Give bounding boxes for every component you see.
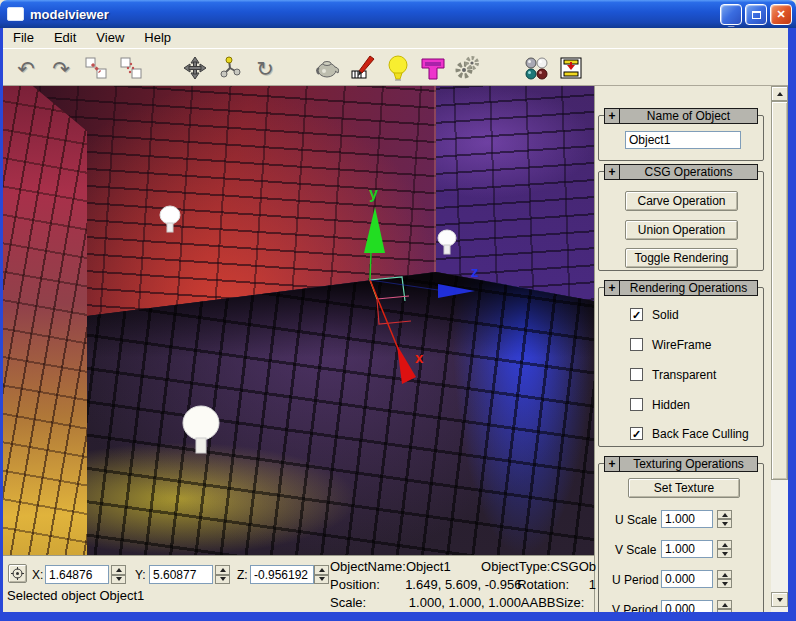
expander-button[interactable]: +	[605, 281, 620, 295]
v-scale-input[interactable]	[661, 540, 713, 558]
z-axis-label: z	[471, 263, 479, 280]
y-axis-arrow	[364, 207, 385, 253]
maximize-button[interactable]	[745, 4, 767, 25]
snap-origin-button[interactable]	[8, 564, 27, 583]
spin-down-button[interactable]	[215, 575, 230, 585]
checkbox-wireframe[interactable]: ✓	[630, 338, 643, 351]
axis-node-button[interactable]	[215, 53, 245, 83]
section-header: + Name of Object	[604, 108, 758, 124]
unlink-icon	[119, 56, 143, 80]
move-button[interactable]	[180, 53, 210, 83]
menu-file[interactable]: File	[3, 28, 44, 48]
set-texture-button[interactable]: Set Texture	[628, 478, 740, 498]
info-value: 1	[589, 576, 596, 594]
checkbox-back-face-culling[interactable]: ✓	[630, 427, 643, 440]
undo-button[interactable]: ↶	[11, 53, 41, 83]
y-axis-label: y	[369, 185, 378, 202]
target-icon	[11, 567, 24, 580]
render-target-icon	[559, 56, 583, 80]
v-period-spinner	[717, 600, 732, 612]
spin-up-button[interactable]	[215, 565, 230, 575]
checkbox-transparent[interactable]: ✓	[630, 368, 643, 381]
object-info-line: Position: 1.649, 5.609, -0.956 Rotation:…	[330, 576, 596, 594]
redo-icon: ↷	[52, 58, 70, 79]
rotate-icon: ↻	[256, 58, 274, 79]
teapot-button[interactable]	[313, 53, 343, 83]
section-texturing-operations: + Texturing Operations Set Texture U Sca…	[598, 463, 764, 612]
teapot-icon	[315, 56, 341, 80]
axis-node-icon	[218, 56, 242, 80]
app-icon	[7, 7, 24, 21]
spin-up-button[interactable]	[717, 540, 732, 549]
scrollbar-thumb[interactable]	[771, 101, 788, 480]
expander-button[interactable]: +	[605, 457, 620, 471]
gears-button[interactable]	[453, 53, 483, 83]
info-label: ObjectType:	[481, 558, 550, 576]
x-coord-spinner	[111, 565, 126, 584]
u-scale-input[interactable]	[661, 510, 713, 528]
rotate-button[interactable]: ↻	[250, 53, 280, 83]
redo-button[interactable]: ↷	[46, 53, 76, 83]
link-icon	[84, 56, 108, 80]
checkbox-label: WireFrame	[652, 338, 711, 352]
close-button[interactable]: ✕	[770, 4, 792, 25]
material-balls-button[interactable]	[521, 53, 551, 83]
x-coord-input[interactable]	[45, 565, 109, 584]
expander-button[interactable]: +	[605, 109, 620, 123]
spin-up-button[interactable]	[717, 600, 732, 609]
menu-help[interactable]: Help	[134, 28, 181, 48]
spin-up-button[interactable]	[111, 565, 126, 575]
spin-down-button[interactable]	[717, 519, 732, 528]
object-name-input[interactable]	[625, 131, 741, 149]
info-label: Position:	[330, 576, 405, 594]
menu-edit[interactable]: Edit	[44, 28, 86, 48]
spin-up-button[interactable]	[717, 510, 732, 519]
spin-down-button[interactable]	[717, 579, 732, 588]
checkbox-solid[interactable]: ✓	[630, 308, 643, 321]
lightbulb-button[interactable]	[383, 53, 413, 83]
section-title: Name of Object	[620, 109, 757, 123]
menu-view[interactable]: View	[86, 28, 134, 48]
y-coord-input[interactable]	[149, 565, 213, 584]
light-marker-icon[interactable]	[179, 404, 223, 460]
light-marker-icon[interactable]	[157, 204, 183, 238]
z-coord-input[interactable]	[250, 565, 314, 584]
info-label: Rotation:	[517, 576, 589, 594]
object-info-block: ObjectName: Object1 ObjectType: CSGOb Po…	[330, 558, 596, 612]
spin-down-button[interactable]	[717, 549, 732, 558]
info-value: 1.000, 1.000, 1.000	[409, 594, 521, 612]
render-target-button[interactable]	[556, 53, 586, 83]
checkbox-hidden[interactable]: ✓	[630, 398, 643, 411]
paintbrush-icon	[350, 55, 376, 81]
link-button[interactable]	[81, 53, 111, 83]
v-period-input[interactable]	[661, 600, 713, 612]
u-period-label: U Period	[612, 573, 659, 587]
texture-tool-button[interactable]	[418, 53, 448, 83]
section-header: + Texturing Operations	[604, 456, 758, 472]
window-border	[0, 612, 796, 621]
minimize-button[interactable]: _	[720, 4, 742, 25]
scroll-down-button[interactable]	[771, 592, 788, 607]
axis-gizmo[interactable]: y x z	[333, 181, 503, 411]
info-label: Scale:	[330, 594, 409, 612]
y-coord-label: Y:	[135, 568, 146, 582]
panel-scrollbar[interactable]	[771, 86, 788, 612]
window-border	[0, 28, 3, 612]
z-coord-spinner	[314, 565, 329, 584]
paintbrush-button[interactable]	[348, 53, 378, 83]
u-period-input[interactable]	[661, 570, 713, 588]
carve-operation-button[interactable]: Carve Operation	[625, 191, 738, 211]
3d-viewport[interactable]: y x z	[3, 86, 594, 555]
union-operation-button[interactable]: Union Operation	[625, 220, 738, 240]
spin-up-button[interactable]	[314, 565, 329, 575]
spin-down-button[interactable]	[111, 575, 126, 585]
spin-up-button[interactable]	[717, 570, 732, 579]
info-label: AABBSize:	[521, 594, 596, 612]
scroll-up-button[interactable]	[771, 86, 788, 101]
expander-button[interactable]: +	[605, 165, 620, 179]
titlebar[interactable]: modelviewer _ ✕	[0, 0, 796, 28]
selection-status-text: Selected object Object1	[7, 588, 144, 603]
toggle-rendering-button[interactable]: Toggle Rendering	[625, 248, 738, 268]
unlink-button[interactable]	[116, 53, 146, 83]
spin-down-button[interactable]	[314, 575, 329, 585]
